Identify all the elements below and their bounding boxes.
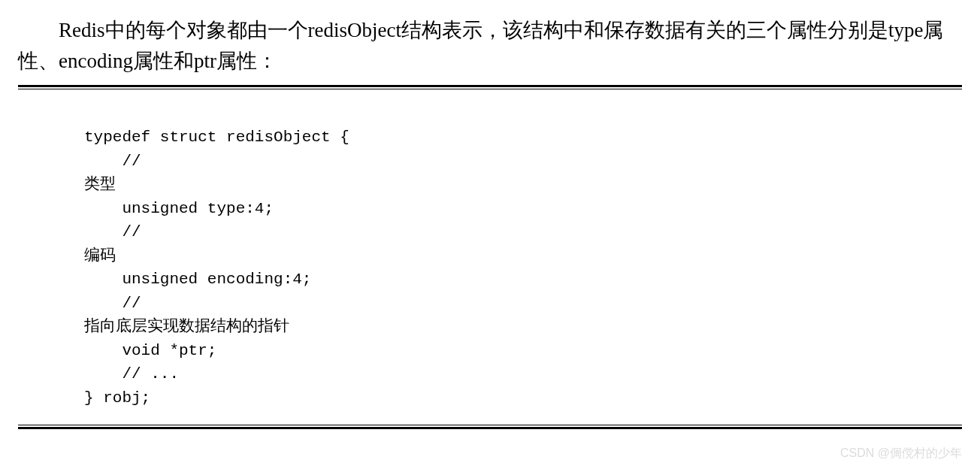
watermark: CSDN @倜傥村的少年 — [840, 446, 962, 461]
intro-paragraph: Redis中的每个对象都由一个redisObject结构表示，该结构中和保存数据… — [18, 15, 962, 76]
code-frame: typedef struct redisObject { // 类型 unsig… — [18, 85, 962, 429]
document-content: Redis中的每个对象都由一个redisObject结构表示，该结构中和保存数据… — [0, 0, 980, 429]
code-block: typedef struct redisObject { // 类型 unsig… — [18, 89, 962, 425]
